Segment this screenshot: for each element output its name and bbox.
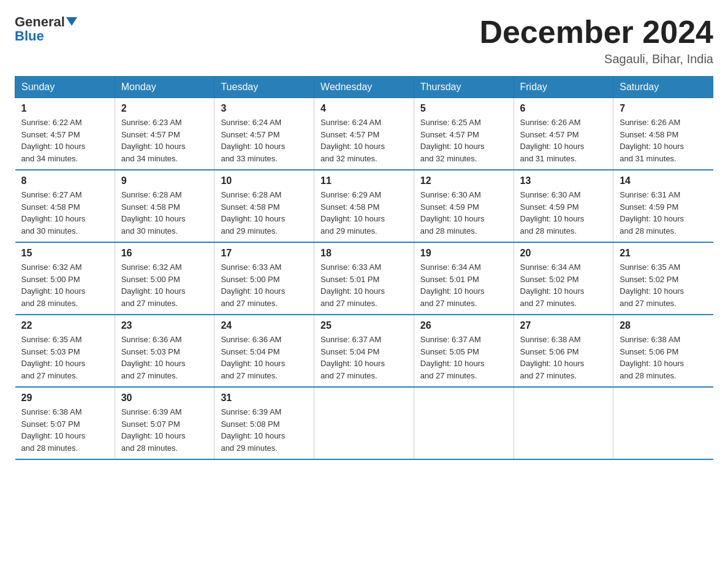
- day-number: 31: [221, 393, 308, 404]
- day-info: Sunrise: 6:39 AMSunset: 5:08 PMDaylight:…: [221, 406, 308, 454]
- day-info: Sunrise: 6:35 AMSunset: 5:02 PMDaylight:…: [620, 261, 707, 309]
- day-info: Sunrise: 6:23 AMSunset: 4:57 PMDaylight:…: [121, 117, 208, 164]
- day-number: 14: [620, 175, 707, 186]
- logo-text: General: [15, 15, 77, 29]
- calendar-cell: 23Sunrise: 6:36 AMSunset: 5:03 PMDayligh…: [115, 315, 214, 387]
- day-info: Sunrise: 6:38 AMSunset: 5:06 PMDaylight:…: [520, 334, 607, 381]
- col-thursday: Thursday: [414, 77, 514, 98]
- day-number: 26: [420, 320, 507, 331]
- day-number: 18: [320, 248, 408, 259]
- day-info: Sunrise: 6:30 AMSunset: 4:59 PMDaylight:…: [420, 189, 507, 237]
- day-number: 4: [320, 103, 408, 114]
- calendar-cell: [514, 387, 613, 459]
- day-number: 30: [121, 393, 208, 404]
- title-section: December 2024 Sagauli, Bihar, India: [479, 15, 713, 66]
- day-number: 23: [121, 320, 208, 331]
- calendar-cell: 16Sunrise: 6:32 AMSunset: 5:00 PMDayligh…: [115, 242, 214, 315]
- calendar-cell: 3Sunrise: 6:24 AMSunset: 4:57 PMDaylight…: [214, 98, 314, 170]
- day-number: 7: [620, 103, 707, 114]
- location: Sagauli, Bihar, India: [479, 52, 713, 66]
- day-number: 17: [221, 248, 308, 259]
- day-number: 1: [21, 103, 108, 114]
- day-number: 8: [21, 175, 108, 186]
- day-info: Sunrise: 6:26 AMSunset: 4:57 PMDaylight:…: [520, 117, 607, 164]
- calendar-cell: 15Sunrise: 6:32 AMSunset: 5:00 PMDayligh…: [15, 242, 115, 315]
- day-number: 6: [520, 103, 607, 114]
- calendar-cell: 25Sunrise: 6:37 AMSunset: 5:04 PMDayligh…: [314, 315, 414, 387]
- col-monday: Monday: [115, 77, 214, 98]
- logo-triangle-icon: [66, 17, 77, 26]
- calendar-cell: 24Sunrise: 6:36 AMSunset: 5:04 PMDayligh…: [214, 315, 314, 387]
- calendar-cell: 21Sunrise: 6:35 AMSunset: 5:02 PMDayligh…: [613, 242, 713, 315]
- day-info: Sunrise: 6:38 AMSunset: 5:06 PMDaylight:…: [620, 334, 707, 381]
- week-row-4: 29Sunrise: 6:38 AMSunset: 5:07 PMDayligh…: [15, 387, 713, 459]
- day-number: 9: [121, 175, 208, 186]
- day-info: Sunrise: 6:39 AMSunset: 5:07 PMDaylight:…: [121, 406, 208, 454]
- day-info: Sunrise: 6:26 AMSunset: 4:58 PMDaylight:…: [620, 117, 707, 164]
- day-number: 2: [121, 103, 208, 114]
- header-row: Sunday Monday Tuesday Wednesday Thursday…: [15, 77, 713, 98]
- day-info: Sunrise: 6:35 AMSunset: 5:03 PMDaylight:…: [21, 334, 108, 381]
- calendar-cell: 1Sunrise: 6:22 AMSunset: 4:57 PMDaylight…: [15, 98, 115, 170]
- calendar-cell: 10Sunrise: 6:28 AMSunset: 4:58 PMDayligh…: [214, 170, 314, 242]
- calendar-cell: 7Sunrise: 6:26 AMSunset: 4:58 PMDaylight…: [613, 98, 713, 170]
- day-info: Sunrise: 6:33 AMSunset: 5:01 PMDaylight:…: [320, 261, 408, 309]
- calendar-cell: 28Sunrise: 6:38 AMSunset: 5:06 PMDayligh…: [613, 315, 713, 387]
- day-info: Sunrise: 6:29 AMSunset: 4:58 PMDaylight:…: [320, 189, 408, 237]
- day-number: 13: [520, 175, 607, 186]
- col-sunday: Sunday: [15, 77, 115, 98]
- day-number: 22: [21, 320, 108, 331]
- week-row-1: 8Sunrise: 6:27 AMSunset: 4:58 PMDaylight…: [15, 170, 713, 242]
- day-info: Sunrise: 6:27 AMSunset: 4:58 PMDaylight:…: [21, 189, 108, 237]
- day-info: Sunrise: 6:37 AMSunset: 5:04 PMDaylight:…: [320, 334, 408, 381]
- calendar-cell: 6Sunrise: 6:26 AMSunset: 4:57 PMDaylight…: [514, 98, 613, 170]
- calendar-cell: 18Sunrise: 6:33 AMSunset: 5:01 PMDayligh…: [314, 242, 414, 315]
- calendar-cell: 9Sunrise: 6:28 AMSunset: 4:58 PMDaylight…: [115, 170, 214, 242]
- calendar-cell: 5Sunrise: 6:25 AMSunset: 4:57 PMDaylight…: [414, 98, 514, 170]
- day-number: 27: [520, 320, 607, 331]
- day-info: Sunrise: 6:28 AMSunset: 4:58 PMDaylight:…: [221, 189, 308, 237]
- calendar-body: 1Sunrise: 6:22 AMSunset: 4:57 PMDaylight…: [15, 98, 713, 460]
- day-info: Sunrise: 6:25 AMSunset: 4:57 PMDaylight:…: [420, 117, 507, 164]
- day-number: 16: [121, 248, 208, 259]
- day-info: Sunrise: 6:33 AMSunset: 5:00 PMDaylight:…: [221, 261, 308, 309]
- day-number: 12: [420, 175, 507, 186]
- calendar-cell: 26Sunrise: 6:37 AMSunset: 5:05 PMDayligh…: [414, 315, 514, 387]
- day-number: 28: [620, 320, 707, 331]
- day-info: Sunrise: 6:34 AMSunset: 5:02 PMDaylight:…: [520, 261, 607, 309]
- calendar-cell: 2Sunrise: 6:23 AMSunset: 4:57 PMDaylight…: [115, 98, 214, 170]
- day-info: Sunrise: 6:32 AMSunset: 5:00 PMDaylight:…: [121, 261, 208, 309]
- week-row-0: 1Sunrise: 6:22 AMSunset: 4:57 PMDaylight…: [15, 98, 713, 170]
- calendar-cell: 17Sunrise: 6:33 AMSunset: 5:00 PMDayligh…: [214, 242, 314, 315]
- day-number: 15: [21, 248, 108, 259]
- logo: General Blue: [15, 15, 77, 44]
- calendar-cell: 19Sunrise: 6:34 AMSunset: 5:01 PMDayligh…: [414, 242, 514, 315]
- calendar-cell: 20Sunrise: 6:34 AMSunset: 5:02 PMDayligh…: [514, 242, 613, 315]
- month-title: December 2024: [479, 15, 713, 50]
- day-number: 21: [620, 248, 707, 259]
- day-info: Sunrise: 6:24 AMSunset: 4:57 PMDaylight:…: [320, 117, 408, 164]
- calendar-cell: [314, 387, 414, 459]
- page-header: General Blue December 2024 Sagauli, Biha…: [15, 15, 713, 66]
- logo-blue: Blue: [15, 28, 44, 44]
- col-friday: Friday: [514, 77, 613, 98]
- day-info: Sunrise: 6:38 AMSunset: 5:07 PMDaylight:…: [21, 406, 108, 454]
- calendar-cell: 12Sunrise: 6:30 AMSunset: 4:59 PMDayligh…: [414, 170, 514, 242]
- calendar-cell: 11Sunrise: 6:29 AMSunset: 4:58 PMDayligh…: [314, 170, 414, 242]
- calendar-cell: 4Sunrise: 6:24 AMSunset: 4:57 PMDaylight…: [314, 98, 414, 170]
- day-number: 20: [520, 248, 607, 259]
- day-number: 11: [320, 175, 408, 186]
- day-number: 19: [420, 248, 507, 259]
- day-info: Sunrise: 6:32 AMSunset: 5:00 PMDaylight:…: [21, 261, 108, 309]
- day-number: 10: [221, 175, 308, 186]
- calendar-cell: 29Sunrise: 6:38 AMSunset: 5:07 PMDayligh…: [15, 387, 115, 459]
- day-number: 5: [420, 103, 507, 114]
- calendar-cell: 13Sunrise: 6:30 AMSunset: 4:59 PMDayligh…: [514, 170, 613, 242]
- calendar-cell: [613, 387, 713, 459]
- col-wednesday: Wednesday: [314, 77, 414, 98]
- week-row-2: 15Sunrise: 6:32 AMSunset: 5:00 PMDayligh…: [15, 242, 713, 315]
- day-info: Sunrise: 6:24 AMSunset: 4:57 PMDaylight:…: [221, 117, 308, 164]
- week-row-3: 22Sunrise: 6:35 AMSunset: 5:03 PMDayligh…: [15, 315, 713, 387]
- day-info: Sunrise: 6:37 AMSunset: 5:05 PMDaylight:…: [420, 334, 507, 381]
- day-info: Sunrise: 6:36 AMSunset: 5:04 PMDaylight:…: [221, 334, 308, 381]
